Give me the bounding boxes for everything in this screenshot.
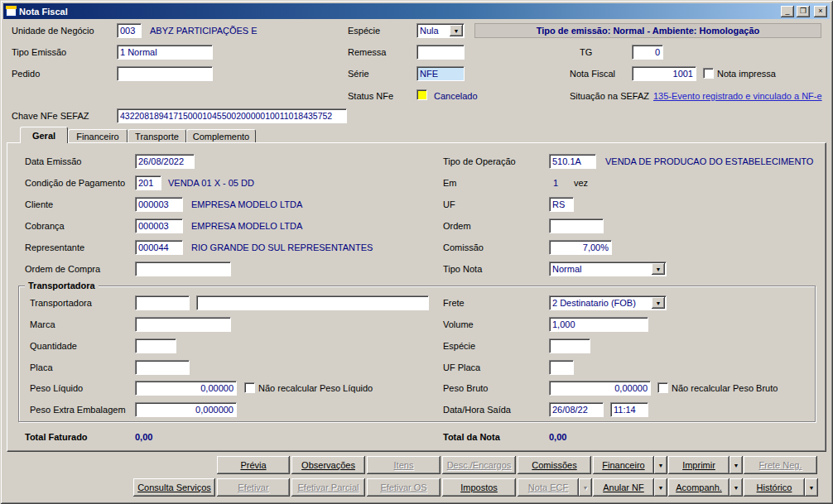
- title-bar[interactable]: Nota Fiscal _ ❐ ×: [3, 3, 830, 19]
- ordem-compra-field[interactable]: [135, 262, 231, 276]
- tab-transporte[interactable]: Transporte: [128, 129, 186, 142]
- nao-recalcular-peso-liquido-checkbox[interactable]: [244, 382, 255, 393]
- historico-button[interactable]: Histórico: [744, 478, 805, 497]
- chave-nfe-label: Chave NFe SEFAZ: [12, 111, 89, 122]
- chevron-down-icon[interactable]: ▼: [652, 263, 665, 275]
- condicao-pagamento-field[interactable]: 201: [135, 175, 161, 190]
- financeiro-dropdown-chevron-down-icon[interactable]: ▼: [654, 456, 667, 474]
- total-da-nota-value: 0,00: [549, 432, 566, 443]
- app-icon: [6, 6, 17, 17]
- minimize-icon[interactable]: _: [781, 6, 794, 17]
- transportadora-label: Transportadora: [30, 298, 92, 309]
- peso-bruto-label: Peso Bruto: [443, 383, 488, 394]
- situacao-sefaz-link[interactable]: 135-Evento registrado e vinculado a NF-e: [653, 91, 822, 102]
- peso-extra-label: Peso Extra Embalagem: [30, 405, 126, 415]
- tab-financeiro[interactable]: Financeiro: [68, 129, 128, 142]
- imprimir-button[interactable]: Imprimir: [668, 456, 729, 474]
- comissao-field[interactable]: 7,00%: [549, 240, 612, 255]
- cobranca-field[interactable]: 000003: [135, 218, 183, 233]
- serie-label: Série: [348, 69, 369, 79]
- data-emissao-label: Data Emissão: [25, 156, 81, 167]
- window-title: Nota Fiscal: [19, 7, 778, 17]
- unidade-negocio-desc: ABYZ PARTICIPAÇÕES E: [150, 26, 258, 36]
- ordem-field[interactable]: [549, 218, 604, 233]
- status-nfe-value: Cancelado: [434, 91, 478, 102]
- tg-field[interactable]: 0: [632, 45, 663, 60]
- situacao-sefaz-label: Situação na SEFAZ: [570, 91, 649, 102]
- unidade-negocio-label: Unidade de Negócio: [12, 26, 94, 36]
- transportadora-desc-field[interactable]: [196, 295, 429, 310]
- frete-label: Frete: [443, 298, 465, 309]
- consulta-servicos-button[interactable]: Consulta Serviços: [133, 478, 215, 497]
- unidade-negocio-field[interactable]: 003: [117, 23, 142, 38]
- uf-field[interactable]: RS: [549, 197, 574, 212]
- tab-complemento[interactable]: Complemento: [186, 129, 256, 142]
- tab-geral[interactable]: Geral: [20, 127, 68, 143]
- impostos-button[interactable]: Impostos: [442, 478, 516, 497]
- nota-fiscal-label: Nota Fiscal: [570, 69, 615, 79]
- nao-recalcular-peso-bruto-label: Não recalcular Peso Bruto: [672, 383, 778, 394]
- status-yellow-indicator: [416, 89, 427, 100]
- peso-liquido-field[interactable]: 0,00000: [135, 381, 237, 396]
- marca-field[interactable]: [135, 317, 231, 332]
- tipo-operacao-desc: VENDA DE PRODUCAO DO ESTABELECIMENTO: [605, 156, 813, 167]
- quantidade-label: Quantidade: [30, 341, 77, 352]
- previa-button[interactable]: Prévia: [217, 456, 290, 474]
- chevron-down-icon[interactable]: ▼: [450, 25, 463, 36]
- transportadora-group-title: Transportadora: [25, 281, 99, 291]
- maximize-icon[interactable]: ❐: [797, 6, 810, 17]
- especie-select[interactable]: Nula ▼: [416, 23, 465, 38]
- close-icon[interactable]: ×: [814, 6, 827, 17]
- imprimir-dropdown-chevron-down-icon[interactable]: ▼: [729, 456, 743, 474]
- tipo-emissao-field[interactable]: 1 Normal: [117, 45, 213, 60]
- nota-ecf-button: Nota ECF: [518, 478, 579, 497]
- especie-transp-field[interactable]: [549, 338, 590, 353]
- tipo-operacao-field[interactable]: 510.1A: [549, 154, 596, 169]
- representante-field[interactable]: 000044: [135, 240, 183, 255]
- historico-dropdown-chevron-down-icon[interactable]: ▼: [805, 478, 818, 497]
- hora-saida-field[interactable]: 11:14: [610, 402, 648, 417]
- comissao-label: Comissão: [443, 242, 484, 253]
- nota-fiscal-field[interactable]: 1001: [632, 66, 696, 81]
- frete-select[interactable]: 2 Destinatario (FOB) ▼: [549, 295, 667, 310]
- placa-field[interactable]: [135, 360, 190, 375]
- condicao-pagamento-label: Condição de Pagamento: [25, 178, 125, 189]
- itens-button: Itens: [367, 456, 441, 474]
- total-da-nota-label: Total da Nota: [443, 432, 500, 443]
- uf-placa-field[interactable]: [549, 360, 574, 375]
- nota-impressa-checkbox[interactable]: [703, 68, 714, 79]
- tipo-emissao-label: Tipo Emissão: [12, 47, 66, 58]
- cobranca-desc: EMPRESA MODELO LTDA: [191, 221, 302, 232]
- comissoes-button[interactable]: Comissões: [518, 456, 591, 474]
- remessa-field[interactable]: [416, 45, 465, 60]
- observacoes-button[interactable]: Observações: [291, 456, 365, 474]
- volume-field[interactable]: 1,000: [549, 317, 648, 332]
- data-hora-saida-label: Data/Hora Saída: [443, 405, 511, 415]
- uf-label: UF: [443, 199, 455, 210]
- peso-extra-field[interactable]: 0,000000: [135, 402, 237, 417]
- pedido-label: Pedido: [12, 69, 40, 79]
- nao-recalcular-peso-bruto-checkbox[interactable]: [657, 382, 668, 393]
- quantidade-field[interactable]: [135, 338, 176, 353]
- frete-neg-button: Frete Neg.: [744, 456, 817, 474]
- anular-nf-dropdown-chevron-down-icon[interactable]: ▼: [654, 478, 667, 497]
- cliente-field[interactable]: 000003: [135, 197, 183, 212]
- serie-field[interactable]: NFE: [416, 66, 465, 81]
- anular-nf-button[interactable]: Anular NF: [593, 478, 654, 497]
- placa-label: Placa: [30, 362, 53, 373]
- desc-encargos-button: Desc./Encargos: [442, 456, 516, 474]
- acompanh-dropdown-chevron-down-icon[interactable]: ▼: [729, 478, 743, 497]
- chevron-down-icon[interactable]: ▼: [652, 297, 665, 309]
- transportadora-code-field[interactable]: [135, 295, 190, 310]
- tipo-nota-select[interactable]: Normal ▼: [549, 262, 667, 276]
- data-emissao-field[interactable]: 26/08/2022: [135, 154, 195, 169]
- uf-placa-label: UF Placa: [443, 362, 480, 373]
- data-saida-field[interactable]: 26/08/22: [549, 402, 604, 417]
- tipo-operacao-label: Tipo de Operação: [443, 156, 516, 167]
- especie-label: Espécie: [348, 26, 380, 36]
- chave-nfe-field[interactable]: 4322081894171500010455002000001001101843…: [117, 108, 347, 123]
- acompanh-button[interactable]: Acompanh.: [668, 478, 729, 497]
- peso-bruto-field[interactable]: 0,00000: [549, 381, 651, 396]
- pedido-field[interactable]: [117, 66, 213, 81]
- financeiro-button[interactable]: Financeiro: [593, 456, 654, 474]
